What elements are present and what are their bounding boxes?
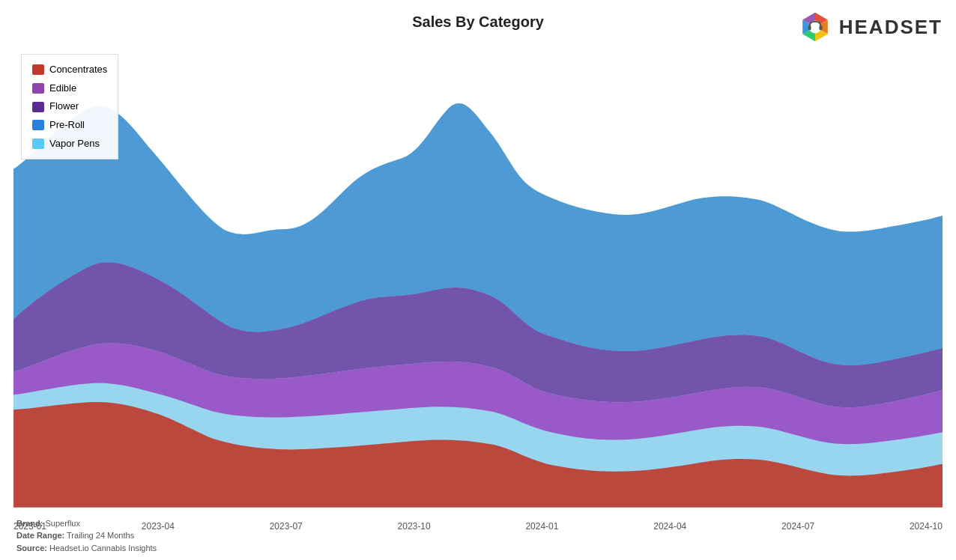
footer-source-label: Source: — [16, 544, 47, 553]
legend-item-concentrates: Concentrates — [32, 61, 107, 79]
x-label-3: 2023-10 — [398, 521, 431, 532]
chart-legend: Concentrates Edible Flower Pre-Roll Vapo… — [21, 54, 118, 159]
legend-color-flower — [32, 102, 44, 112]
legend-item-preroll: Pre-Roll — [32, 116, 107, 135]
headset-logo-icon — [797, 9, 833, 45]
headset-logo-text: HEADSET — [839, 16, 943, 39]
footer-source: Source: Headset.io Cannabis Insights — [16, 542, 157, 555]
footer-brand-label: Brand: — [16, 519, 43, 528]
legend-label-flower: Flower — [49, 97, 79, 116]
legend-label-preroll: Pre-Roll — [49, 116, 85, 135]
footer-source-value: Headset.io Cannabis Insights — [49, 544, 157, 553]
footer-date-range-label: Date Range: — [16, 531, 64, 540]
legend-label-edible: Edible — [49, 79, 76, 98]
legend-color-vaporpens — [32, 139, 44, 149]
legend-label-concentrates: Concentrates — [49, 61, 107, 79]
x-label-7: 2024-10 — [910, 521, 943, 532]
legend-item-vaporpens: Vapor Pens — [32, 135, 107, 153]
chart-svg — [13, 49, 943, 508]
chart-container: Sales By Category HEADSET Concen — [0, 0, 956, 560]
svg-rect-2 — [808, 25, 811, 30]
footer-brand: Brand: Superflux — [16, 517, 157, 530]
headset-logo: HEADSET — [797, 9, 943, 45]
legend-color-preroll — [32, 120, 44, 130]
legend-item-flower: Flower — [32, 97, 107, 116]
x-label-6: 2024-07 — [781, 521, 814, 532]
legend-color-edible — [32, 83, 44, 94]
x-label-4: 2024-01 — [525, 521, 558, 532]
footer-brand-value: Superflux — [46, 519, 80, 528]
legend-item-edible: Edible — [32, 79, 107, 98]
footer-date-range-value: Trailing 24 Months — [67, 531, 134, 540]
legend-color-concentrates — [32, 64, 44, 75]
chart-area — [13, 49, 943, 508]
x-label-5: 2024-04 — [653, 521, 686, 532]
x-label-2: 2023-07 — [270, 521, 303, 532]
svg-rect-3 — [819, 25, 822, 30]
footer-date-range: Date Range: Trailing 24 Months — [16, 529, 157, 542]
legend-label-vaporpens: Vapor Pens — [49, 135, 100, 153]
footer-info: Brand: Superflux Date Range: Trailing 24… — [16, 517, 157, 555]
